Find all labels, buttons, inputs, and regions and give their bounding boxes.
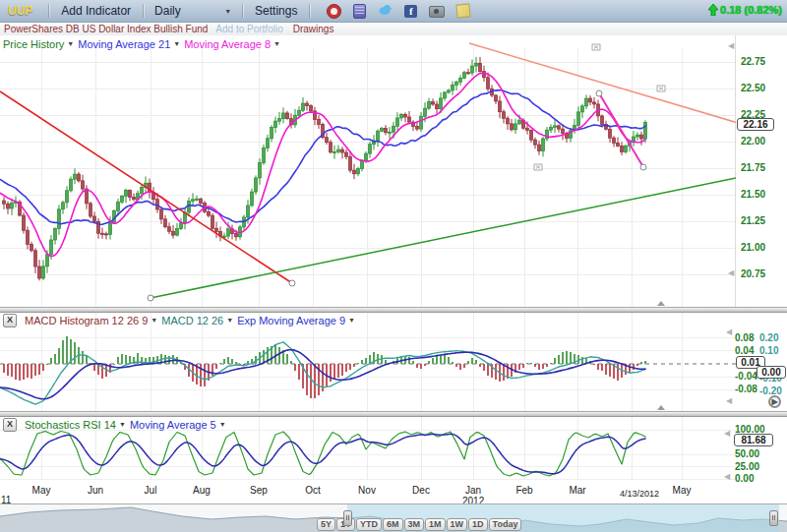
range-button-1d[interactable]: 1D: [468, 518, 488, 531]
price-axis-label: 21.00: [741, 242, 765, 253]
price-axis-label: 21.25: [741, 215, 765, 226]
month-label-oct: Oct: [296, 485, 330, 496]
close-macd-button[interactable]: X: [3, 314, 17, 327]
range-button-ytd[interactable]: YTD: [356, 518, 382, 531]
range-button-6m[interactable]: 6M: [383, 518, 403, 531]
facebook-icon[interactable]: [404, 5, 417, 18]
current-price-box: 22.16: [737, 118, 774, 131]
axis-scroll-down-icon[interactable]: ◀: [728, 268, 734, 277]
price-axis-label: 22.50: [741, 83, 765, 93]
price-axis-label: 21.50: [741, 189, 765, 200]
range-button-3m[interactable]: 3M: [404, 518, 425, 531]
range-button-5y[interactable]: 5Y: [317, 518, 335, 531]
fund-name: PowerShares DB US Dollar Index Bullish F…: [4, 24, 208, 34]
macd-axis-label: -0.20: [759, 385, 782, 396]
axis-scroll-down-icon[interactable]: ◀: [724, 472, 730, 481]
price-axis-label: 22.75: [741, 56, 765, 67]
chevron-down-icon: ▼: [224, 8, 231, 15]
legend-moving-average-5[interactable]: Moving Average 5▼: [130, 419, 226, 431]
legend-moving-average-21[interactable]: Moving Average 21▼: [78, 38, 180, 50]
camera-icon[interactable]: [429, 6, 445, 18]
axis-scroll-up-icon[interactable]: ◀: [728, 41, 734, 50]
legend-macd-histogram-12-26-9[interactable]: MACD Histogram 12 26 9▼: [25, 315, 157, 326]
price-axis-label: 21.75: [741, 162, 765, 173]
stochastics-axis-label: 25.00: [735, 461, 759, 472]
price-change: 0.18 (0.82%): [708, 4, 782, 16]
axis-scroll-down-icon[interactable]: ◀: [726, 396, 732, 405]
month-label-mar: Mar: [561, 485, 594, 496]
macd-chart[interactable]: [0, 313, 736, 411]
legend-price-history[interactable]: Price History▼: [3, 38, 74, 50]
macd-axis-label: 0.10: [759, 345, 778, 356]
range-button-1m[interactable]: 1M: [425, 518, 446, 531]
panel-divider[interactable]: [0, 411, 787, 417]
axis-scroll-up-icon[interactable]: ◀: [726, 327, 732, 336]
time-axis: 11 2012 4/13/2012 MayJunJulAugSepOctNovD…: [0, 480, 787, 503]
twitter-icon[interactable]: [378, 4, 393, 19]
panel-divider[interactable]: [0, 307, 787, 313]
legend-moving-average-8[interactable]: Moving Average 8▼: [184, 38, 280, 50]
range-handle-left[interactable]: [343, 510, 352, 526]
month-label-may: May: [25, 485, 58, 496]
stochastics-axis-label: 0.00: [735, 473, 754, 484]
drawings-menu[interactable]: Drawings: [293, 24, 334, 34]
database-icon[interactable]: [353, 4, 366, 19]
chevron-down-icon: ▼: [273, 40, 280, 47]
price-chart[interactable]: [0, 35, 736, 307]
stochastics-axis-label: 50.00: [735, 448, 759, 459]
month-label-aug: Aug: [185, 485, 218, 496]
macd-legend: X MACD Histogram 12 26 9▼MACD 12 26▼Exp …: [3, 314, 355, 326]
price-axis-label: 22.00: [741, 136, 765, 147]
alarm-clock-icon[interactable]: [327, 4, 341, 19]
range-handle-right[interactable]: [769, 510, 778, 526]
month-label-may: May: [665, 485, 698, 496]
month-label-sep: Sep: [242, 485, 275, 496]
month-label-nov: Nov: [350, 485, 384, 496]
chevron-down-icon: ▼: [173, 40, 180, 47]
macd-axis-label: 0.20: [759, 332, 778, 343]
legend-exp-moving-average-9[interactable]: Exp Moving Average 9▼: [237, 315, 355, 326]
chevron-down-icon: ▼: [119, 421, 126, 428]
toolbar-separator: [143, 4, 144, 18]
month-label-feb: Feb: [508, 485, 541, 496]
add-indicator-button[interactable]: Add Indicator: [56, 4, 136, 18]
toolbar-separator: [309, 4, 310, 18]
range-button-1w[interactable]: 1W: [447, 518, 468, 531]
legend-label: MACD Histogram 12 26 9: [25, 315, 148, 326]
charting-app: UUP Add Indicator Daily ▼ Settings 0.18 …: [0, 0, 787, 532]
expand-panel-button[interactable]: ▶: [768, 395, 781, 408]
sticky-note-icon[interactable]: [456, 3, 471, 18]
macd-hist-axis-label: -0.04: [735, 371, 757, 382]
macd-hist-axis-label: -0.08: [735, 384, 757, 394]
macd-hist-axis-label: 0.04: [735, 345, 754, 356]
legend-label: Stochastics RSI 14: [25, 419, 116, 431]
chevron-down-icon: ▼: [348, 317, 355, 324]
chevron-down-icon: ▼: [151, 317, 157, 324]
period-dropdown[interactable]: Daily ▼: [151, 4, 235, 18]
legend-macd-12-26[interactable]: MACD 12 26▼: [161, 315, 233, 326]
toolbar-separator: [48, 4, 49, 18]
legend-label: MACD 12 26: [161, 315, 223, 326]
month-label-dec: Dec: [404, 485, 438, 496]
legend-label: Price History: [3, 38, 64, 50]
range-button-today[interactable]: Today: [489, 518, 522, 531]
price-legend: Price History▼Moving Average 21▼Moving A…: [3, 37, 280, 50]
settings-button[interactable]: Settings: [250, 4, 302, 18]
toolbar-separator: [242, 4, 243, 18]
collapse-triangle-icon[interactable]: [657, 301, 665, 306]
legend-label: Exp Moving Average 9: [237, 315, 345, 326]
month-label-jun: Jun: [79, 485, 112, 496]
chevron-down-icon: ▼: [219, 421, 226, 428]
current-date-label: 4/13/2012: [620, 489, 659, 499]
month-label-jan: Jan: [456, 485, 490, 496]
price-axis-label: 20.75: [741, 268, 765, 279]
axis-scroll-up-icon[interactable]: ◀: [724, 429, 730, 438]
add-to-portfolio-link[interactable]: Add to Portfolio: [215, 24, 282, 34]
close-stochastics-button[interactable]: X: [3, 418, 17, 432]
symbol-label: UUP: [8, 4, 32, 18]
chevron-down-icon: ▼: [67, 40, 74, 47]
legend-stochastics-rsi-14[interactable]: Stochastics RSI 14▼: [25, 419, 126, 431]
collapse-triangle-icon[interactable]: [657, 405, 665, 410]
chart-subheader: PowerShares DB US Dollar Index Bullish F…: [0, 23, 787, 35]
period-value: Daily: [154, 4, 181, 18]
